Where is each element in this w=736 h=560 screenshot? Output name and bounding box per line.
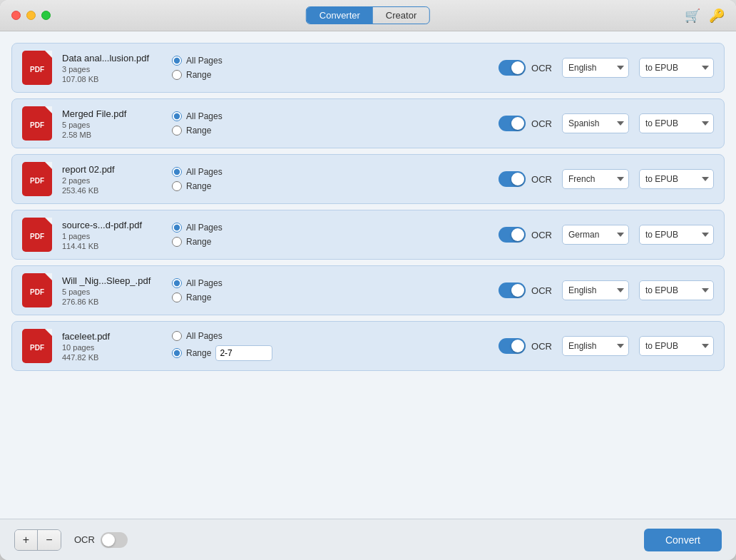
titlebar: Converter Creator 🛒 🔑 [0, 0, 736, 31]
file-list: PDFData anal...lusion.pdf3 pages107.08 K… [0, 31, 736, 519]
converter-tab[interactable]: Converter [307, 7, 373, 24]
range-row: Range [172, 70, 250, 80]
file-pages: 1 pages [62, 232, 162, 240]
pdf-icon-label: PDF [30, 66, 44, 73]
range-input[interactable] [215, 345, 272, 361]
maximize-button[interactable] [41, 11, 51, 20]
creator-tab[interactable]: Creator [373, 7, 429, 24]
file-info: Data anal...lusion.pdf3 pages107.08 KB [62, 53, 162, 83]
all-pages-radio[interactable] [172, 111, 182, 121]
page-options: All PagesRange [172, 223, 250, 247]
bottom-ocr-label: OCR [74, 534, 95, 545]
titlebar-icons: 🛒 🔑 [685, 8, 725, 24]
range-row: Range [172, 292, 250, 302]
range-radio[interactable] [172, 348, 182, 358]
file-row: PDFreport 02.pdf2 pages253.46 KBAll Page… [11, 154, 725, 204]
format-select[interactable]: to EPUBto DOCXto TXTto HTMLto RTF [639, 280, 714, 300]
convert-button[interactable]: Convert [644, 529, 722, 551]
page-options: All PagesRange [172, 278, 250, 302]
range-radio[interactable] [172, 237, 182, 247]
file-name: Merged File.pdf [62, 108, 162, 119]
format-select[interactable]: to EPUBto DOCXto TXTto HTMLto RTF [639, 169, 714, 189]
page-options: All PagesRange [172, 56, 250, 80]
remove-file-button[interactable]: − [38, 530, 61, 550]
ocr-toggle[interactable] [499, 227, 526, 243]
add-file-button[interactable]: + [15, 530, 38, 550]
language-select[interactable]: EnglishSpanishFrenchGermanItalianPortugu… [562, 336, 629, 356]
ocr-toggle[interactable] [499, 338, 526, 354]
all-pages-radio[interactable] [172, 223, 182, 233]
ocr-toggle[interactable] [499, 282, 526, 298]
all-pages-label: All Pages [186, 167, 223, 177]
all-pages-row: All Pages [172, 167, 250, 177]
file-size: 107.08 KB [62, 75, 162, 83]
file-size: 2.58 MB [62, 131, 162, 139]
language-select[interactable]: EnglishSpanishFrenchGermanItalianPortugu… [562, 113, 629, 133]
range-radio[interactable] [172, 70, 182, 80]
titlebar-center: Converter Creator [306, 6, 430, 24]
ocr-label: OCR [531, 230, 552, 240]
all-pages-label: All Pages [186, 331, 223, 341]
range-label: Range [186, 181, 211, 191]
add-remove-group: + − [14, 529, 61, 551]
file-row: PDFfaceleet.pdf10 pages447.82 KBAll Page… [11, 321, 725, 371]
bottom-ocr-group: OCR [74, 532, 128, 548]
ocr-toggle[interactable] [499, 116, 526, 131]
traffic-lights [11, 11, 51, 20]
format-select[interactable]: to EPUBto DOCXto TXTto HTMLto RTF [639, 225, 714, 245]
pdf-icon: PDF [22, 51, 52, 85]
file-info: Will _Nig...Sleep_.pdf5 pages276.86 KB [62, 275, 162, 306]
range-radio[interactable] [172, 181, 182, 191]
language-select[interactable]: EnglishSpanishFrenchGermanItalianPortugu… [562, 225, 629, 245]
file-row: PDFsource-s...d-pdf.pdf1 pages114.41 KBA… [11, 210, 725, 260]
all-pages-radio[interactable] [172, 56, 182, 66]
ocr-toggle[interactable] [499, 171, 526, 187]
file-row: PDFData anal...lusion.pdf3 pages107.08 K… [11, 43, 725, 93]
minimize-button[interactable] [26, 11, 36, 20]
all-pages-radio[interactable] [172, 331, 182, 341]
range-row: Range [172, 126, 250, 136]
file-size: 447.82 KB [62, 353, 162, 362]
language-select[interactable]: EnglishSpanishFrenchGermanItalianPortugu… [562, 280, 629, 300]
ocr-label: OCR [531, 174, 552, 185]
all-pages-row: All Pages [172, 223, 250, 233]
file-info: source-s...d-pdf.pdf1 pages114.41 KB [62, 220, 162, 250]
ocr-toggle[interactable] [499, 60, 526, 76]
ocr-label: OCR [531, 341, 552, 352]
format-select[interactable]: to EPUBto DOCXto TXTto HTMLto RTF [639, 336, 714, 356]
ocr-section: OCR [499, 60, 552, 76]
ocr-section: OCR [499, 227, 552, 243]
range-radio[interactable] [172, 292, 182, 302]
range-row: Range [172, 181, 250, 191]
cart-icon[interactable]: 🛒 [685, 8, 700, 24]
language-select[interactable]: EnglishSpanishFrenchGermanItalianPortugu… [562, 169, 629, 189]
file-pages: 5 pages [62, 287, 162, 296]
all-pages-label: All Pages [186, 223, 223, 233]
file-size: 253.46 KB [62, 186, 162, 195]
close-button[interactable] [11, 11, 21, 20]
ocr-section: OCR [499, 116, 552, 131]
range-radio[interactable] [172, 126, 182, 136]
pdf-icon: PDF [22, 329, 52, 363]
all-pages-radio[interactable] [172, 278, 182, 288]
bottom-ocr-toggle[interactable] [101, 532, 128, 548]
range-label: Range [186, 348, 211, 358]
ocr-label: OCR [531, 63, 552, 73]
ocr-section: OCR [499, 338, 552, 354]
file-info: faceleet.pdf10 pages447.82 KB [62, 331, 162, 362]
pdf-icon-label: PDF [30, 177, 44, 185]
segment-control: Converter Creator [306, 6, 430, 24]
file-size: 114.41 KB [62, 242, 162, 250]
format-select[interactable]: to EPUBto DOCXto TXTto HTMLto RTF [639, 58, 714, 78]
format-select[interactable]: to EPUBto DOCXto TXTto HTMLto RTF [639, 113, 714, 133]
pdf-icon-label: PDF [30, 121, 44, 129]
all-pages-radio[interactable] [172, 167, 182, 177]
ocr-section: OCR [499, 171, 552, 187]
key-icon[interactable]: 🔑 [709, 8, 725, 24]
bottom-bar: + − OCR Convert [0, 519, 736, 560]
all-pages-row: All Pages [172, 111, 250, 121]
language-select[interactable]: EnglishSpanishFrenchGermanItalianPortugu… [562, 58, 629, 78]
range-label: Range [186, 70, 211, 80]
file-name: source-s...d-pdf.pdf [62, 220, 162, 230]
ocr-label: OCR [531, 285, 552, 296]
